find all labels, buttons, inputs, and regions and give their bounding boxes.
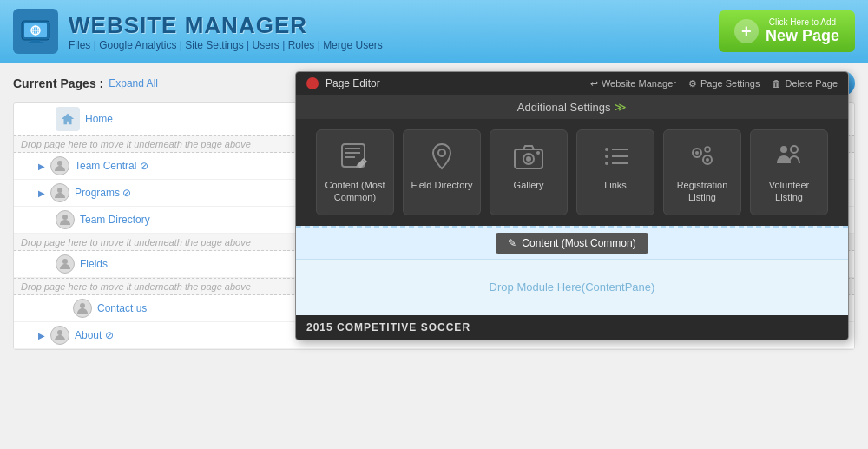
avatar-team-directory (56, 210, 75, 229)
trash-icon: 🗑 (772, 78, 781, 89)
panel-title: Page Editor (326, 77, 590, 89)
content-tab-button[interactable]: ✎ Content (Most Common) (496, 233, 648, 254)
camera-icon (511, 141, 546, 172)
nav-site-settings[interactable]: Site Settings (185, 39, 243, 51)
gear-icon: ⚙ (688, 78, 697, 89)
module-label-links: Links (604, 179, 627, 191)
expand-arrow-about[interactable]: ▶ (38, 331, 50, 340)
module-label-volunteer: Volunteer Listing (758, 179, 820, 204)
website-manager-label: Website Manager (602, 78, 676, 89)
map-pin-icon (424, 141, 459, 172)
module-card-volunteer[interactable]: Volunteer Listing (750, 129, 828, 215)
header-nav: Files | Google Analytics | Site Settings… (69, 39, 383, 51)
module-label-content: Content (Most Common) (324, 179, 386, 204)
expand-arrow-programs[interactable]: ▶ (38, 188, 50, 198)
gear-group-icon (685, 141, 720, 172)
stop-button[interactable] (306, 77, 319, 89)
new-page-button[interactable]: + Click Here to Add New Page (719, 10, 855, 52)
expand-arrow-team-central[interactable]: ▶ (38, 162, 50, 171)
people-icon (772, 141, 806, 172)
header: WEBSITE MANAGER Files | Google Analytics… (0, 0, 868, 63)
svg-point-13 (57, 330, 62, 335)
avatar-programs (50, 183, 69, 202)
avatar-fields (56, 254, 75, 274)
additional-settings-label: Additional Settings (517, 101, 611, 114)
nav-files[interactable]: Files (69, 39, 90, 51)
svg-point-12 (80, 303, 85, 308)
avatar-contact-us (73, 299, 92, 318)
module-label-gallery: Gallery (514, 179, 544, 191)
website-manager-action[interactable]: ↩ Website Manager (590, 78, 676, 89)
svg-point-9 (57, 188, 62, 193)
svg-point-28 (605, 162, 608, 165)
pencil-icon (338, 141, 372, 172)
nav-merge-users[interactable]: Merge Users (323, 39, 383, 51)
new-page-btn-text: Click Here to Add New Page (766, 17, 839, 45)
svg-point-26 (605, 155, 608, 158)
list-icon (598, 141, 633, 172)
content-tab-bar: ✎ Content (Most Common) (296, 226, 848, 259)
svg-point-36 (791, 146, 798, 153)
avatar-team-central (50, 156, 69, 175)
svg-point-10 (62, 215, 68, 220)
header-title-block: WEBSITE MANAGER Files | Google Analytics… (69, 12, 383, 51)
svg-rect-15 (345, 148, 360, 149)
module-cards-container: Content (Most Common) Field Directory (296, 119, 848, 226)
svg-point-24 (605, 148, 608, 151)
chevron-down-icon: ≫ (614, 100, 627, 114)
panel-topbar-actions: ↩ Website Manager ⚙ Page Settings 🗑 Dele… (590, 78, 838, 89)
drop-zone-label: Drop Module Here(ContentPane) (490, 281, 655, 294)
module-card-links[interactable]: Links (576, 129, 654, 215)
content-tab-label: Content (Most Common) (522, 237, 635, 249)
current-pages-label: Current Pages : (13, 76, 103, 90)
svg-rect-3 (29, 42, 43, 43)
panel-footer: 2015 COMPETITIVE SOCCER (296, 315, 848, 340)
content-tab-icon: ✎ (508, 237, 516, 249)
svg-point-23 (536, 151, 540, 155)
page-settings-label: Page Settings (700, 78, 760, 89)
website-manager-icon (13, 9, 58, 54)
module-card-registration[interactable]: Registration Listing (663, 129, 741, 215)
back-icon: ↩ (590, 78, 598, 89)
module-label-field-directory: Field Directory (411, 179, 473, 191)
avatar-about (50, 326, 69, 345)
main-content: Current Pages : Expand All i Function i … (0, 63, 868, 449)
svg-point-33 (706, 158, 709, 162)
svg-rect-17 (345, 156, 355, 158)
page-settings-action[interactable]: ⚙ Page Settings (688, 78, 760, 89)
panel-topbar: Page Editor ↩ Website Manager ⚙ Page Set… (296, 72, 848, 95)
header-title: WEBSITE MANAGER (69, 12, 383, 39)
page-editor-panel: Page Editor ↩ Website Manager ⚙ Page Set… (295, 71, 849, 340)
svg-rect-16 (345, 152, 360, 154)
module-label-registration: Registration Listing (671, 179, 733, 204)
module-card-field-directory[interactable]: Field Directory (403, 129, 481, 215)
svg-point-11 (62, 259, 68, 264)
plus-circle-icon: + (734, 19, 759, 43)
svg-point-31 (695, 151, 699, 155)
footer-label: 2015 COMPETITIVE SOCCER (306, 321, 470, 333)
header-left: WEBSITE MANAGER Files | Google Analytics… (13, 9, 383, 54)
svg-point-22 (526, 156, 531, 162)
svg-point-35 (780, 146, 787, 153)
svg-point-8 (57, 161, 62, 166)
delete-page-action[interactable]: 🗑 Delete Page (772, 78, 838, 89)
additional-settings-bar: Additional Settings ≫ (296, 95, 848, 119)
content-drop-zone: Drop Module Here(ContentPane) (296, 259, 848, 315)
nav-roles[interactable]: Roles (288, 39, 315, 51)
nav-users[interactable]: Users (253, 39, 279, 51)
module-card-content[interactable]: Content (Most Common) (316, 129, 394, 215)
module-card-gallery[interactable]: Gallery (490, 129, 568, 215)
svg-point-34 (705, 147, 710, 152)
home-icon (56, 107, 80, 131)
svg-point-19 (438, 149, 445, 156)
nav-analytics[interactable]: Google Analytics (99, 39, 176, 51)
delete-page-label: Delete Page (785, 78, 838, 89)
